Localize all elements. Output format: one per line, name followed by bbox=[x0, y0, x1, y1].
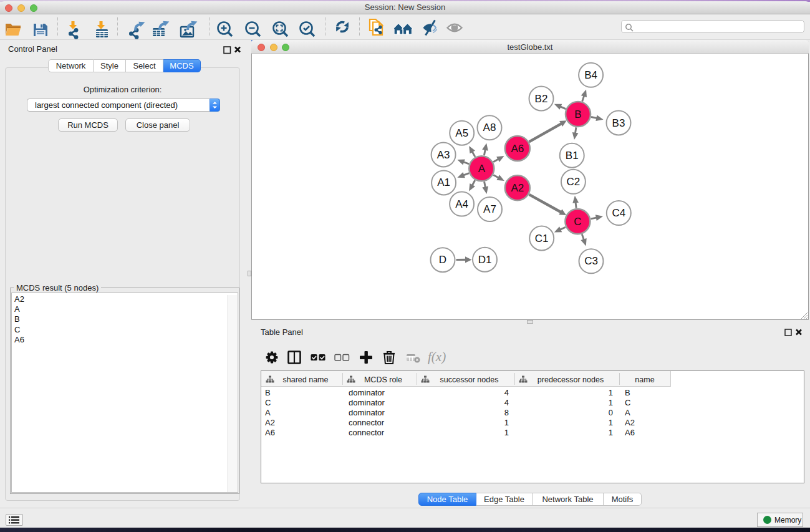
svg-text:A7: A7 bbox=[483, 203, 496, 215]
svg-text:A4: A4 bbox=[455, 198, 468, 210]
svg-text:A5: A5 bbox=[455, 127, 468, 139]
svg-text:B2: B2 bbox=[535, 93, 548, 105]
svg-text:A1: A1 bbox=[437, 177, 450, 188]
svg-text:A2: A2 bbox=[511, 182, 524, 194]
svg-text:A3: A3 bbox=[437, 149, 450, 161]
svg-text:D: D bbox=[439, 254, 446, 266]
svg-text:B4: B4 bbox=[584, 69, 597, 81]
svg-text:C4: C4 bbox=[612, 207, 625, 219]
svg-text:A6: A6 bbox=[511, 143, 524, 155]
svg-text:B1: B1 bbox=[566, 150, 579, 162]
svg-text:B3: B3 bbox=[612, 117, 625, 129]
svg-text:B: B bbox=[574, 109, 581, 120]
svg-text:C1: C1 bbox=[535, 233, 549, 244]
svg-text:C3: C3 bbox=[584, 255, 598, 267]
svg-text:C: C bbox=[574, 216, 581, 228]
svg-text:A8: A8 bbox=[483, 122, 496, 133]
svg-text:C2: C2 bbox=[567, 176, 581, 188]
svg-text:A: A bbox=[478, 163, 486, 175]
svg-text:D1: D1 bbox=[478, 254, 492, 266]
